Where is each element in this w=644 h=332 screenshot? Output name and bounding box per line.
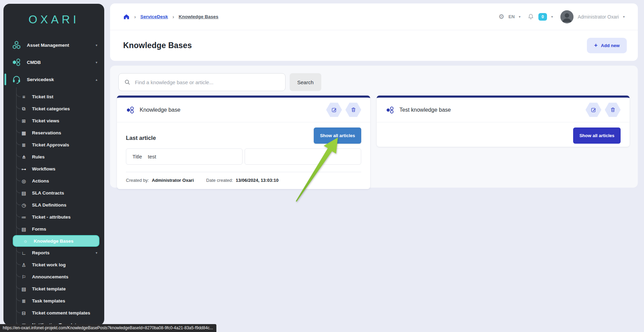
breadcrumb-current[interactable]: Knowledge Bases	[179, 14, 218, 19]
article-title-cell[interactable]: Title test	[126, 148, 243, 165]
notification-badge[interactable]: 0	[538, 13, 547, 21]
sidebar-item-reports[interactable]: ∟ Reports ▾	[3, 247, 104, 259]
created-by-value: Administrator Oxari	[152, 178, 194, 183]
content-panel: Search Knowledge base Show all articles …	[110, 66, 638, 188]
bell-icon[interactable]	[527, 13, 534, 20]
ticket-views-icon: ⊞	[20, 118, 28, 124]
search-button[interactable]: Search	[290, 73, 321, 91]
sidebar-item-label: Reservations	[32, 130, 61, 135]
sidebar-item-servicedesk[interactable]: Servicedesk ▴	[3, 71, 104, 88]
tree-elbow	[16, 308, 21, 313]
sidebar-item-forms[interactable]: ▤ Forms	[3, 223, 104, 235]
tree-elbow	[16, 284, 21, 289]
hexagon-duo-icon	[12, 57, 21, 67]
card-title: Knowledge base	[140, 107, 180, 113]
home-icon[interactable]	[123, 13, 130, 20]
sidebar-item-label: Ticket - attributes	[32, 214, 71, 220]
sidebar-item-ticket-attributes[interactable]: ≔ Ticket - attributes	[3, 211, 104, 223]
sidebar-item-actions[interactable]: ◎ Actions	[3, 175, 104, 187]
sidebar-item-label: Ticket list	[32, 94, 53, 99]
page-title: Knowledge Bases	[123, 41, 192, 50]
sidebar-item-label: Ticket categories	[32, 106, 70, 111]
delete-button[interactable]	[345, 102, 361, 118]
oxari-logo: OXARI	[3, 13, 104, 26]
chevron-down-icon: ▾	[96, 60, 97, 64]
sidebar-item-label: Servicedesk	[27, 77, 54, 82]
sidebar-item-task-templates[interactable]: ≣ Task templates	[3, 295, 104, 307]
article-field-label: Title	[132, 154, 142, 159]
search-box	[118, 73, 286, 91]
sidebar-item-label: Actions	[32, 178, 49, 184]
card-header: Knowledge base	[117, 98, 370, 122]
edit-icon	[331, 107, 337, 113]
sla-contracts-icon: ▤	[20, 190, 28, 196]
sidebar-item-label: Ticket template	[32, 286, 66, 291]
tree-elbow	[16, 104, 21, 109]
tree-elbow	[16, 152, 21, 157]
sidebar-item-rules[interactable]: ⋔ Rules	[3, 151, 104, 163]
chevron-down-icon[interactable]: ▾	[623, 15, 625, 19]
breadcrumb-link-servicedesk[interactable]: ServiceDesk	[140, 14, 168, 19]
sidebar-item-ticket-approvals[interactable]: ≣ Ticket Approvals	[3, 139, 104, 151]
sidebar-item-announcements[interactable]: ⚐ Announcements	[3, 271, 104, 283]
breadcrumb-separator: ›	[134, 14, 136, 20]
sidebar-item-label: Ticket work log	[32, 262, 66, 267]
add-new-button[interactable]: + Add new	[587, 38, 627, 53]
card-title: Test knowledge base	[399, 107, 451, 113]
tree-elbow	[16, 200, 21, 205]
card-actions	[326, 102, 361, 118]
sidebar-item-label: Announcements	[32, 274, 68, 279]
user-name[interactable]: Administrator Oxari	[578, 14, 619, 20]
tree-elbow	[16, 164, 21, 169]
language-selector[interactable]: EN	[508, 14, 515, 19]
page-header-row: Knowledge Bases + Add new	[110, 30, 638, 60]
announcements-icon: ⚐	[20, 274, 28, 280]
sidebar-item-sla-definitions[interactable]: ◷ SLA Definitions	[3, 199, 104, 211]
edit-button[interactable]	[586, 102, 601, 118]
forms-icon: ▤	[20, 226, 28, 232]
delete-button[interactable]	[605, 102, 621, 118]
sidebar-item-sla-contracts[interactable]: ▤ SLA Contracts	[3, 187, 104, 199]
sidebar-item-label: CMDB	[27, 60, 41, 65]
sidebar-item-workflows[interactable]: ⊶ Workflows	[3, 163, 104, 175]
sidebar-item-label: Knowledge Bases	[34, 239, 74, 244]
knowledge-base-card: Knowledge base Show all articles Last ar…	[117, 96, 370, 189]
sidebar-item-ticket-categories[interactable]: ⧉ Ticket categories	[3, 103, 104, 115]
edit-icon	[591, 107, 597, 113]
sidebar-item-label: Forms	[32, 226, 46, 232]
tree-elbow	[16, 140, 21, 145]
sidebar-item-cmdb[interactable]: CMDB ▾	[3, 54, 104, 71]
search-row: Search	[110, 66, 638, 91]
tree-elbow	[16, 272, 21, 277]
tree-elbow	[16, 128, 21, 133]
breadcrumb: › ServiceDesk › Knowledge Bases ⚙ EN ▾ 0…	[110, 3, 638, 30]
sidebar-item-knowledge-bases[interactable]: ☼ Knowledge Bases	[13, 235, 99, 247]
tree-elbow	[16, 116, 21, 121]
actions-icon: ◎	[20, 178, 28, 184]
ticket-comment-templates-icon: ⊟	[20, 310, 28, 316]
sidebar-item-label: Task templates	[32, 298, 65, 303]
sidebar-item-label: Rules	[32, 154, 45, 159]
search-input[interactable]	[135, 79, 280, 85]
sidebar-item-ticket-comment-templates[interactable]: ⊟ Ticket comment templates	[3, 307, 104, 319]
card-footer: Created by: Administrator Oxari Date cre…	[117, 172, 370, 189]
plus-icon: +	[594, 42, 598, 49]
show-all-articles-button[interactable]: Show all articles	[314, 128, 361, 144]
edit-button[interactable]	[326, 102, 342, 118]
sidebar-item-ticket-template[interactable]: ▤ Ticket template	[3, 283, 104, 295]
show-all-articles-button[interactable]: Show all articles	[573, 128, 621, 144]
sidebar-item-asset-management[interactable]: Asset Management ▾	[3, 36, 104, 54]
sidebar-item-label: Ticket Approvals	[32, 142, 69, 147]
reports-icon: ∟	[20, 250, 28, 256]
avatar[interactable]	[560, 10, 573, 23]
date-created-value: 13/06/2024, 13:03:10	[236, 178, 278, 183]
gear-icon[interactable]: ⚙	[498, 13, 504, 21]
created-by-label: Created by:	[126, 178, 149, 183]
chevron-down-icon[interactable]: ▾	[519, 15, 520, 19]
sidebar-item-reservations[interactable]: ▦ Reservations	[3, 127, 104, 139]
sidebar-item-ticket-views[interactable]: ⊞ Ticket views	[3, 115, 104, 127]
chevron-down-icon[interactable]: ▾	[551, 15, 553, 19]
trash-icon	[351, 107, 356, 113]
sidebar-item-ticket-list[interactable]: ≡ Ticket list	[3, 91, 104, 103]
sidebar-item-ticket-work-log[interactable]: ♙ Ticket work log	[3, 259, 104, 271]
